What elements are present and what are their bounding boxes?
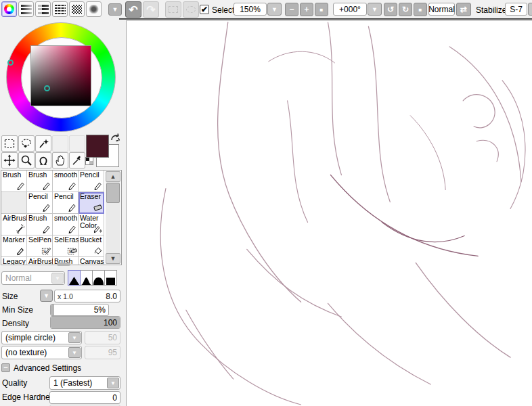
left-panel: Brush Brush smooth Pencil Pencil Pencil … xyxy=(0,19,125,406)
undo-button[interactable]: ↶ xyxy=(125,1,141,18)
brush-palette-scrollbar[interactable]: ▲ ▼ xyxy=(106,171,120,264)
zoom-dropdown[interactable]: ▼ xyxy=(267,3,282,16)
flip-view-button[interactable]: ⇄ xyxy=(456,3,471,16)
quality-combo[interactable]: 1 (Fastest) ▼ xyxy=(49,376,120,390)
rotate-view-tool[interactable] xyxy=(35,152,51,168)
eyedropper-icon xyxy=(71,154,83,166)
panel-splitter-handle[interactable] xyxy=(57,263,70,266)
size-slider[interactable]: x 1.0 8.0 xyxy=(54,290,120,302)
blend-mode-combo[interactable]: Normal ▼ xyxy=(1,271,65,285)
scroll-up-button[interactable]: ▲ xyxy=(106,171,120,182)
chevron-down-icon: ▼ xyxy=(68,332,81,343)
brush-cell[interactable]: SelEras xyxy=(53,235,79,257)
swap-colors-icon[interactable] xyxy=(110,133,122,143)
view-mode-value: Normal xyxy=(428,5,455,14)
edge-shape-dome-button[interactable] xyxy=(92,270,105,286)
undo-icon: ↶ xyxy=(129,3,137,16)
angle-value-field[interactable]: +000° xyxy=(333,3,367,16)
brush-cell[interactable]: AirBrush xyxy=(27,257,53,265)
lasso-tool[interactable] xyxy=(18,135,35,152)
rotate-ccw-button[interactable]: ↺ xyxy=(384,3,397,16)
brush-cell[interactable]: Brush xyxy=(27,171,53,192)
brush-cell[interactable]: Water Color xyxy=(79,214,104,235)
empty-tool-slot[interactable] xyxy=(52,135,68,152)
move-tool[interactable] xyxy=(1,152,18,168)
selection-checkbox[interactable]: ✔ xyxy=(200,5,209,14)
rotate-reset-button[interactable]: ■ xyxy=(414,3,427,16)
sv-cursor[interactable] xyxy=(44,85,50,91)
edge-shape-hard-button[interactable] xyxy=(68,270,81,286)
texture-combo[interactable]: (no texture) ▼ xyxy=(1,346,82,359)
density-slider[interactable]: 100 xyxy=(50,316,120,329)
scratchpad-panel-button[interactable] xyxy=(86,1,102,17)
triangle-down-icon: ▼ xyxy=(110,255,116,262)
brush-cell[interactable]: Brush xyxy=(27,214,53,235)
brush-shape-value: (simple circle) xyxy=(2,333,68,342)
pen-icon xyxy=(67,224,77,234)
rgb-sliders-panel-button[interactable] xyxy=(18,1,34,17)
empty-tool-slot[interactable] xyxy=(69,135,85,152)
brush-cell[interactable]: Marker xyxy=(1,235,27,257)
brush-cell-selected[interactable]: Eraser xyxy=(79,192,104,214)
zoom-tool[interactable] xyxy=(18,152,35,168)
stabilizer-value: S-7 xyxy=(510,5,523,14)
redo-button[interactable]: ↷ xyxy=(143,1,159,18)
edge-shape-soft-button[interactable] xyxy=(80,270,93,286)
hsv-sliders-panel-button[interactable] xyxy=(35,1,51,17)
foreground-swatch[interactable] xyxy=(86,135,109,158)
transform-selection-button[interactable] xyxy=(183,1,199,18)
hue-cursor[interactable] xyxy=(7,60,14,66)
brush-shape-slider[interactable]: 50 xyxy=(85,331,120,344)
brush-cell[interactable]: Pencil xyxy=(53,192,79,214)
edge-hardness-value: 0 xyxy=(112,393,117,403)
color-wheel-panel-button[interactable] xyxy=(1,1,17,17)
zoom-reset-button[interactable]: ■ xyxy=(315,3,328,16)
drawing-canvas[interactable] xyxy=(126,20,532,406)
swatches-panel-button[interactable] xyxy=(69,1,85,17)
zoom-in-button[interactable]: + xyxy=(300,3,313,16)
texture-slider[interactable]: 95 xyxy=(85,346,120,359)
saturation-value-square[interactable] xyxy=(30,45,91,106)
move-icon xyxy=(3,154,16,166)
rotate-cw-button[interactable]: ↻ xyxy=(399,3,412,16)
advanced-settings-collapse-button[interactable]: − xyxy=(1,363,10,372)
view-mode-field[interactable]: Normal xyxy=(428,3,455,16)
magic-wand-tool[interactable] xyxy=(35,135,51,152)
edge-hardness-slider[interactable]: 0 xyxy=(49,391,120,404)
hsv-sliders-icon xyxy=(38,5,49,14)
min-size-slider[interactable]: 5% xyxy=(50,304,109,316)
brush-cell[interactable]: smooth xyxy=(53,171,79,192)
stabilizer-label: Stabilizer xyxy=(476,5,509,15)
brush-cell[interactable]: Bucket xyxy=(79,235,104,257)
chevron-down-icon: ▼ xyxy=(51,273,64,284)
size-preset-dropdown[interactable]: ▼ xyxy=(40,290,53,302)
brush-cell[interactable]: AirBrush xyxy=(1,214,27,235)
angle-dropdown[interactable]: ▼ xyxy=(368,3,382,16)
deselect-button[interactable] xyxy=(165,1,181,18)
brush-cell-empty[interactable] xyxy=(1,192,27,214)
stabilizer-dropdown[interactable]: ▼ xyxy=(528,3,532,16)
zoom-value-field[interactable]: 150% xyxy=(234,3,267,16)
edge-shape-block-button[interactable] xyxy=(104,270,117,286)
brush-cell[interactable]: SelPen xyxy=(27,235,53,257)
rect-select-tool[interactable] xyxy=(1,135,18,152)
brush-cell[interactable]: Pencil xyxy=(79,171,104,192)
scroll-thumb[interactable] xyxy=(106,183,120,203)
eyedropper-tool[interactable] xyxy=(69,152,85,168)
chevron-down-icon: ▼ xyxy=(43,292,49,299)
color-mixer-panel-button[interactable] xyxy=(52,1,68,17)
curve-shape-icon xyxy=(81,276,91,285)
scroll-down-button[interactable]: ▼ xyxy=(106,253,120,264)
hand-tool[interactable] xyxy=(52,152,68,168)
stabilizer-value-field[interactable]: S-7 xyxy=(505,3,527,16)
brush-cell[interactable]: Brush xyxy=(1,171,27,192)
reset-colors-swatch[interactable] xyxy=(85,157,93,165)
brush-shape-combo[interactable]: (simple circle) ▼ xyxy=(1,331,82,344)
advanced-settings-label: Advanced Settings xyxy=(14,363,81,373)
zoom-out-button[interactable]: − xyxy=(285,3,298,16)
brush-cell[interactable]: smooth xyxy=(53,214,79,235)
brush-cell[interactable]: Pencil xyxy=(27,192,53,214)
brush-cell[interactable]: Legacy xyxy=(1,257,27,265)
brush-cell[interactable]: Canvas xyxy=(79,257,104,265)
panel-options-dropdown[interactable]: ▼ xyxy=(108,3,122,16)
